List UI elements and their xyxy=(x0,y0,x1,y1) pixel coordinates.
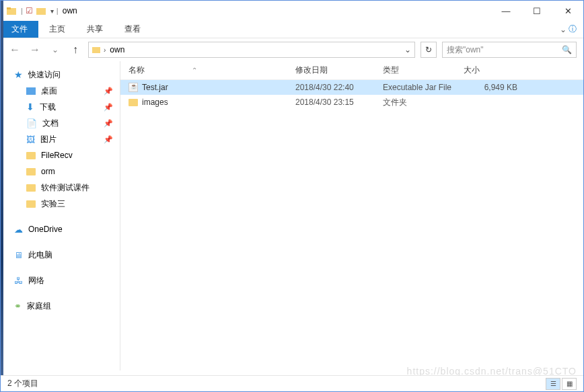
folder-icon xyxy=(26,184,36,192)
sidebar-item-desktop[interactable]: 桌面📌 xyxy=(1,83,120,99)
pc-icon: 🖥 xyxy=(14,250,23,260)
download-icon: ⬇ xyxy=(26,102,34,112)
window-title: own xyxy=(63,6,77,15)
status-bar: 2 个项目 ☰ ▦ xyxy=(1,375,583,391)
ribbon-expand-button[interactable]: ⌄ ⓘ xyxy=(553,21,583,38)
column-headers: 名称⌃ 修改日期 类型 大小 xyxy=(120,61,583,80)
column-size[interactable]: 大小 xyxy=(464,65,517,76)
tab-file[interactable]: 文件 xyxy=(1,21,38,38)
folder-icon-small xyxy=(36,5,46,16)
sidebar-this-pc[interactable]: 🖥此电脑 xyxy=(1,247,120,263)
sidebar-item-experiment[interactable]: 实验三 xyxy=(1,196,120,212)
file-type: Executable Jar File xyxy=(383,83,464,92)
folder-icon xyxy=(26,200,36,208)
document-icon: 📄 xyxy=(26,118,37,128)
tab-share[interactable]: 共享 xyxy=(76,21,114,38)
search-input[interactable]: 搜索"own" 🔍 xyxy=(442,42,577,58)
folder-icon xyxy=(89,45,104,54)
up-button[interactable]: ↑ xyxy=(68,42,83,57)
navigation-pane: ★快速访问 桌面📌 ⬇下载📌 📄文档📌 🖼图片📌 FileRecv orm 软件… xyxy=(1,61,120,370)
title-bar: | ☑ ▾ | own — ☐ ✕ xyxy=(1,1,583,21)
file-list: 名称⌃ 修改日期 类型 大小 Test.jar 2018/4/30 22:40 … xyxy=(120,61,583,370)
cloud-icon: ☁ xyxy=(14,225,23,235)
view-icons-button[interactable]: ▦ xyxy=(562,378,577,390)
picture-icon: 🖼 xyxy=(26,134,35,145)
star-icon: ★ xyxy=(14,69,23,80)
help-icon[interactable]: ⓘ xyxy=(569,24,577,35)
file-date: 2018/4/30 23:15 xyxy=(295,97,383,107)
file-size: 6,949 KB xyxy=(464,83,517,92)
breadcrumb-own[interactable]: own xyxy=(106,45,129,54)
file-row[interactable]: images 2018/4/30 23:15 文件夹 xyxy=(120,95,583,110)
pin-icon: 📌 xyxy=(104,119,113,128)
file-row[interactable]: Test.jar 2018/4/30 22:40 Executable Jar … xyxy=(120,80,583,95)
sidebar-quick-access[interactable]: ★快速访问 xyxy=(1,67,120,83)
search-icon: 🔍 xyxy=(562,45,572,54)
folder-icon xyxy=(26,168,36,175)
qat-dropdown-icon[interactable]: ▾ xyxy=(50,7,54,15)
item-count: 2 个项目 xyxy=(7,378,38,389)
back-button[interactable]: ← xyxy=(7,42,22,57)
minimize-button[interactable]: — xyxy=(490,1,521,21)
maximize-button[interactable]: ☐ xyxy=(521,1,552,21)
pin-icon: 📌 xyxy=(104,103,113,112)
jar-icon xyxy=(129,83,138,92)
column-type[interactable]: 类型 xyxy=(383,65,464,76)
sidebar-item-courseware[interactable]: 软件测试课件 xyxy=(1,180,120,196)
column-date[interactable]: 修改日期 xyxy=(295,65,383,76)
tab-view[interactable]: 查看 xyxy=(114,21,151,38)
chevron-down-icon: ⌄ xyxy=(560,25,567,34)
recent-dropdown[interactable]: ⌄ xyxy=(48,42,63,57)
ribbon: 文件 主页 共享 查看 ⌄ ⓘ xyxy=(1,21,583,38)
search-placeholder: 搜索"own" xyxy=(447,44,484,56)
folder-icon xyxy=(6,5,17,16)
refresh-button[interactable]: ↻ xyxy=(421,42,437,58)
folder-icon xyxy=(26,152,36,159)
checkbox-icon[interactable]: ☑ xyxy=(26,6,33,15)
file-type: 文件夹 xyxy=(383,97,464,108)
file-name: images xyxy=(142,97,168,107)
sidebar-item-downloads[interactable]: ⬇下载📌 xyxy=(1,99,120,115)
forward-button[interactable]: → xyxy=(28,42,42,57)
pin-icon: 📌 xyxy=(104,87,113,95)
svg-rect-3 xyxy=(92,47,100,53)
address-bar[interactable]: › own ⌄ xyxy=(88,42,415,58)
desktop-icon xyxy=(26,87,36,95)
sidebar-item-orm[interactable]: orm xyxy=(1,163,120,180)
sidebar-onedrive[interactable]: ☁OneDrive xyxy=(1,221,120,237)
svg-rect-1 xyxy=(7,7,11,9)
sidebar-item-filerecv[interactable]: FileRecv xyxy=(1,147,120,163)
sidebar-network[interactable]: 🖧网络 xyxy=(1,272,120,288)
sidebar-item-pictures[interactable]: 🖼图片📌 xyxy=(1,131,120,147)
address-dropdown[interactable]: ⌄ xyxy=(401,45,414,54)
separator: | xyxy=(57,7,59,15)
pin-icon: 📌 xyxy=(104,135,113,144)
file-date: 2018/4/30 22:40 xyxy=(295,83,383,92)
network-icon: 🖧 xyxy=(14,276,23,286)
view-details-button[interactable]: ☰ xyxy=(546,378,560,390)
navigation-bar: ← → ⌄ ↑ › own ⌄ ↻ 搜索"own" 🔍 xyxy=(1,38,583,61)
tab-home[interactable]: 主页 xyxy=(38,21,76,38)
sort-indicator-icon: ⌃ xyxy=(192,67,197,74)
separator: | xyxy=(21,7,23,15)
column-name[interactable]: 名称⌃ xyxy=(120,65,295,76)
folder-icon xyxy=(129,99,138,106)
file-name: Test.jar xyxy=(142,83,168,92)
homegroup-icon: ⚭ xyxy=(14,301,22,311)
sidebar-item-documents[interactable]: 📄文档📌 xyxy=(1,115,120,131)
svg-rect-2 xyxy=(36,8,46,15)
close-button[interactable]: ✕ xyxy=(552,1,583,21)
sidebar-homegroup[interactable]: ⚭家庭组 xyxy=(1,298,120,314)
